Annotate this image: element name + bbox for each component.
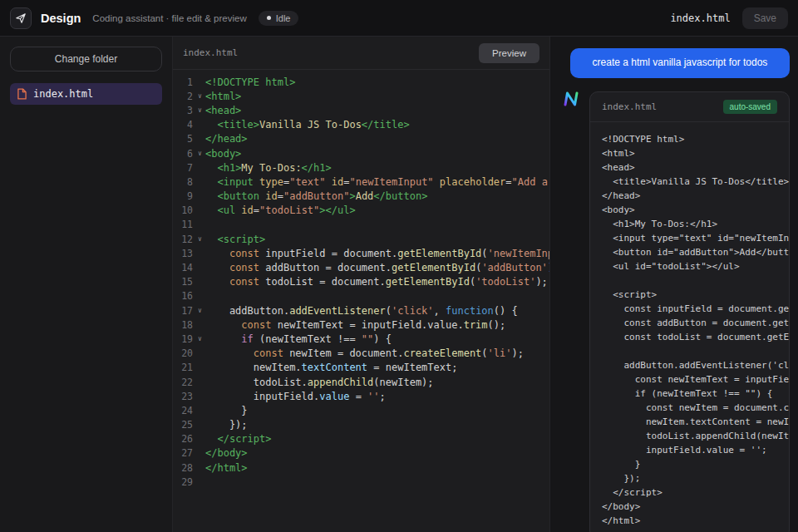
code-line: 15 const todoList = document.getElementB…: [173, 275, 549, 289]
code-line: 18 const newItemText = inputField.value.…: [173, 318, 549, 332]
code-text: <head>: [205, 105, 549, 116]
fold-chevron-icon[interactable]: ∨: [195, 106, 205, 114]
line-number: 13: [173, 248, 195, 259]
code-line: 23 inputField.value = '';: [173, 389, 549, 403]
code-text: <h1>My To-Dos:</h1>: [205, 162, 549, 174]
code-line: 7 <h1>My To-Dos:</h1>: [173, 160, 549, 175]
code-line: 2∨<html>: [173, 89, 549, 103]
code-text: </html>: [205, 462, 549, 474]
code-line: 1<!DOCTYPE html>: [173, 75, 549, 89]
code-line: 27</body>: [173, 446, 549, 461]
code-line: 14 const addButton = document.getElement…: [173, 260, 549, 274]
app-name: Design: [41, 12, 81, 25]
file-name: index.html: [33, 88, 93, 100]
code-text: const newItem = document.createElement('…: [205, 347, 549, 359]
code-text: todoList.appendChild(newItem);: [205, 377, 549, 388]
line-number: 3: [173, 105, 195, 116]
assistant-code-card: index.html auto-saved <!DOCTYPE html> <h…: [589, 91, 790, 532]
line-number: 18: [173, 319, 195, 331]
code-editor-panel: index.html Preview 1<!DOCTYPE html>2∨<ht…: [173, 37, 549, 532]
code-line: 25 });: [173, 418, 549, 432]
fold-chevron-icon[interactable]: ∨: [195, 235, 205, 243]
code-text: <button id="addButton">Add</button>: [205, 190, 549, 202]
line-number: 4: [173, 119, 195, 131]
status-label: Idle: [276, 13, 291, 23]
line-number: 17: [173, 305, 195, 317]
code-text: <!DOCTYPE html>: [205, 76, 549, 88]
code-line: 11: [173, 218, 549, 232]
code-line: 19∨ if (newItemText !== "") {: [173, 332, 549, 346]
line-number: 14: [173, 262, 195, 273]
line-number: 28: [173, 462, 195, 474]
fold-chevron-icon[interactable]: ∨: [195, 335, 205, 342]
sidebar-file-item-index-html[interactable]: index.html: [10, 83, 162, 105]
code-line: 12∨ <script>: [173, 232, 549, 246]
code-text: const inputField = document.getElementBy…: [205, 248, 549, 259]
line-number: 1: [173, 76, 195, 88]
topbar-filename: index.html: [670, 12, 730, 24]
line-number: 29: [173, 476, 195, 488]
app-subtitle: Coding assistant · file edit & preview: [92, 13, 246, 23]
assistant-message: index.html auto-saved <!DOCTYPE html> <h…: [560, 91, 790, 532]
line-number: 10: [173, 204, 195, 216]
save-button[interactable]: Save: [742, 7, 788, 29]
card-code: <!DOCTYPE html> <html> <head> <title>Van…: [590, 122, 789, 532]
line-number: 25: [173, 419, 195, 431]
line-number: 24: [173, 405, 195, 416]
code-text: </body>: [205, 447, 549, 459]
code-text: inputField.value = '';: [205, 391, 549, 402]
line-number: 9: [173, 190, 195, 202]
code-line: 22 todoList.appendChild(newItem);: [173, 375, 549, 389]
fold-chevron-icon[interactable]: ∨: [195, 307, 205, 314]
line-number: 23: [173, 391, 195, 402]
status-dot-icon: [267, 16, 271, 20]
file-icon: [17, 88, 27, 100]
change-folder-button[interactable]: Change folder: [10, 47, 162, 71]
code-text: <title>Vanilla JS To-Dos</title>: [205, 119, 549, 131]
code-area[interactable]: 1<!DOCTYPE html>2∨<html>3∨<head>4 <title…: [173, 70, 549, 532]
code-text: <body>: [205, 148, 549, 160]
code-line: 4 <title>Vanilla JS To-Dos</title>: [173, 118, 549, 132]
code-line: 8 <input type="text" id="newItemInput" p…: [173, 175, 549, 189]
code-text: const todoList = document.getElementById…: [205, 276, 549, 288]
line-number: 22: [173, 377, 195, 388]
card-filename: index.html: [602, 101, 657, 112]
fold-chevron-icon[interactable]: ∨: [195, 150, 205, 157]
code-text: <input type="text" id="newItemInput" pla…: [205, 176, 549, 188]
code-text: });: [205, 419, 549, 431]
code-text: newItem.textContent = newItemText;: [205, 362, 549, 373]
code-line: 16: [173, 289, 549, 303]
line-number: 6: [173, 148, 195, 160]
user-message-bubble: create a html vanilla javascript for tod…: [570, 48, 790, 78]
code-text: if (newItemText !== "") {: [205, 333, 549, 345]
line-number: 21: [173, 362, 195, 373]
fold-chevron-icon[interactable]: ∨: [195, 92, 205, 100]
preview-button[interactable]: Preview: [479, 43, 539, 63]
line-number: 26: [173, 433, 195, 445]
line-number: 12: [173, 234, 195, 245]
code-line: 29: [173, 475, 549, 489]
code-text: </head>: [205, 133, 549, 145]
line-number: 20: [173, 347, 195, 359]
paper-plane-icon: [15, 12, 27, 24]
line-number: 7: [173, 162, 195, 174]
line-number: 16: [173, 290, 195, 302]
code-line: 17∨ addButton.addEventListener('click', …: [173, 303, 549, 318]
code-text: const addButton = document.getElementByI…: [205, 262, 549, 273]
code-text: <html>: [205, 91, 549, 102]
line-number: 27: [173, 447, 195, 459]
main-layout: Change folder index.html index.html Prev…: [0, 37, 798, 532]
code-text: const newItemText = inputField.value.tri…: [205, 319, 549, 331]
editor-filename: index.html: [183, 47, 238, 58]
line-number: 15: [173, 276, 195, 288]
code-line: 24 }: [173, 403, 549, 417]
line-number: 8: [173, 176, 195, 188]
topbar: Design Coding assistant · file edit & pr…: [0, 0, 798, 37]
status-badge: Idle: [259, 11, 299, 26]
app-window: Design Coding assistant · file edit & pr…: [0, 0, 798, 532]
code-text: addButton.addEventListener('click', func…: [205, 305, 549, 317]
code-line: 28</html>: [173, 461, 549, 475]
code-line: 9 <button id="addButton">Add</button>: [173, 190, 549, 204]
code-line: 3∨<head>: [173, 103, 549, 117]
app-logo: [10, 7, 32, 29]
